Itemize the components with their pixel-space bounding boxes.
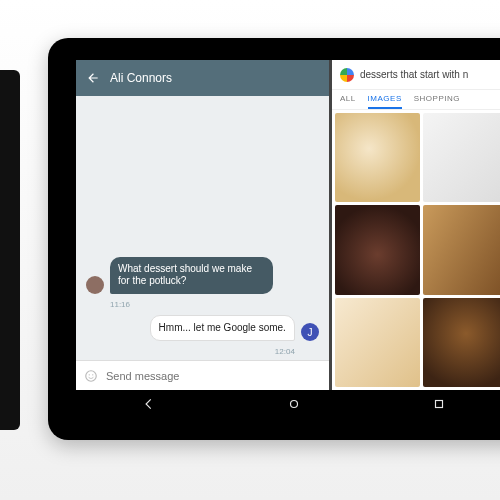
tablet-device: Ali Connors What dessert should we make … <box>48 38 500 440</box>
tab-images[interactable]: IMAGES <box>368 94 402 109</box>
outgoing-message-bubble[interactable]: Hmm... let me Google some. <box>150 315 295 342</box>
message-row-outgoing: Hmm... let me Google some. J <box>86 315 319 342</box>
incoming-timestamp: 11:16 <box>110 300 130 309</box>
svg-rect-4 <box>436 401 443 408</box>
image-results-grid <box>332 110 500 390</box>
image-result[interactable] <box>423 113 500 202</box>
svg-point-3 <box>290 401 297 408</box>
nav-back-icon[interactable] <box>142 397 156 411</box>
tab-shopping[interactable]: SHOPPING <box>414 94 460 109</box>
chat-app-pane: Ali Connors What dessert should we make … <box>76 60 329 390</box>
image-result[interactable] <box>335 205 421 294</box>
search-bar[interactable]: desserts that start with n <box>332 60 500 90</box>
incoming-message-bubble[interactable]: What dessert should we make for the potl… <box>110 257 273 294</box>
search-query-text: desserts that start with n <box>360 69 500 80</box>
nav-home-icon[interactable] <box>287 397 301 411</box>
google-logo-icon <box>340 68 354 82</box>
svg-point-2 <box>92 374 93 375</box>
chat-contact-name: Ali Connors <box>110 71 172 85</box>
self-avatar[interactable]: J <box>301 323 319 341</box>
image-result[interactable] <box>423 298 500 387</box>
phone-edge <box>0 70 20 430</box>
message-row-incoming: What dessert should we make for the potl… <box>86 257 319 294</box>
svg-point-1 <box>89 374 90 375</box>
search-tabs: ALL IMAGES SHOPPING <box>332 90 500 110</box>
chat-header: Ali Connors <box>76 60 329 96</box>
search-app-pane: desserts that start with n ALL IMAGES SH… <box>332 60 500 390</box>
compose-bar <box>76 360 329 390</box>
image-result[interactable] <box>335 113 421 202</box>
contact-avatar[interactable] <box>86 276 104 294</box>
image-result[interactable] <box>423 205 500 294</box>
split-screen: Ali Connors What dessert should we make … <box>76 60 500 390</box>
back-arrow-icon[interactable] <box>86 71 100 85</box>
message-timestamp-row: 12:04 <box>86 347 319 356</box>
nav-recent-icon[interactable] <box>432 397 446 411</box>
emoji-icon[interactable] <box>84 369 98 383</box>
tablet-screen: Ali Connors What dessert should we make … <box>76 60 500 418</box>
chat-body: What dessert should we make for the potl… <box>76 96 329 360</box>
android-navbar <box>76 390 500 418</box>
tab-all[interactable]: ALL <box>340 94 356 109</box>
outgoing-timestamp: 12:04 <box>275 347 295 356</box>
message-timestamp-row: 11:16 <box>86 300 319 309</box>
svg-point-0 <box>86 370 97 381</box>
image-result[interactable] <box>335 298 421 387</box>
compose-input[interactable] <box>106 370 321 382</box>
